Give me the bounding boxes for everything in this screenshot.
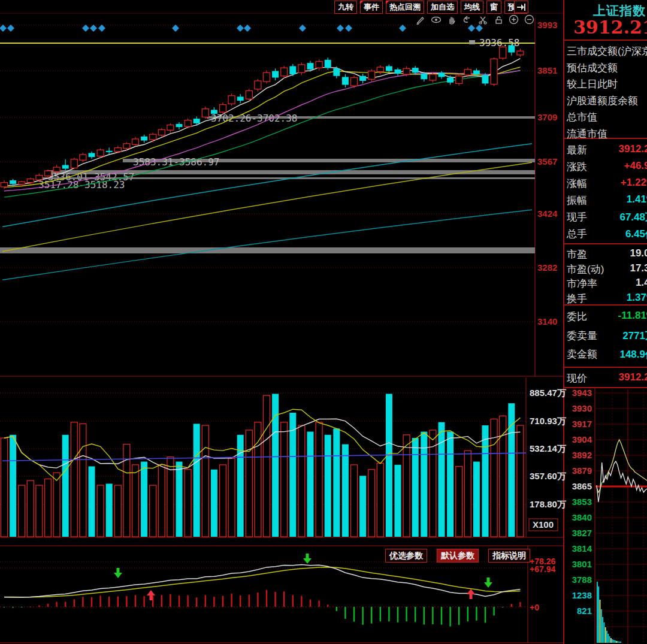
info-row-5: 总市值 (567, 110, 647, 123)
toolbar-tab-2[interactable]: 事件 (360, 1, 383, 14)
candle-down (359, 76, 366, 81)
x100-label: X100 (533, 519, 554, 530)
pen-icon[interactable] (415, 14, 425, 25)
ratio-row-1-value: 19.04 (630, 247, 647, 259)
quote-row-5-label: 现手 (567, 211, 587, 223)
macd-hist-bar (266, 590, 267, 607)
order-row-2: 委卖量2771万 (567, 329, 647, 342)
quote-row-1-value: 3912.21 (619, 143, 647, 155)
mini-volume-bar (609, 636, 610, 643)
quote-row-2-value: +46.98 (624, 160, 647, 172)
candle-down (447, 78, 453, 83)
info-row-3-label: 较上日此时 (567, 78, 618, 90)
macd-hist-bar (4, 607, 5, 607)
candle-up (264, 72, 270, 81)
candle-down (342, 77, 349, 84)
macd-hist-bar (283, 591, 285, 607)
zoom-in-icon[interactable] (509, 14, 519, 25)
macd-hist-bar (179, 595, 180, 607)
volume-bar-up (19, 485, 25, 537)
ratio-row-3-value: 1.48 (636, 277, 647, 289)
candle-down (333, 68, 340, 76)
candle-up (228, 96, 235, 104)
mini-volume-bar (601, 609, 602, 643)
toolbar-tab-4[interactable]: 加自选 (427, 1, 458, 14)
candle-up (351, 78, 358, 86)
quote-panel: 上证指数 3912.21 三市成交额(沪深京预估成交额较上日此时沪股通额度余额总… (564, 0, 647, 388)
candle-up (368, 71, 375, 80)
macd-hist-bar (257, 592, 258, 607)
mini-avg-line (597, 440, 647, 492)
candle-down (237, 96, 244, 101)
volume-bar-down (307, 432, 314, 537)
volume-bar-up (281, 422, 288, 537)
ratio-row-2-label: 市盈(动) (567, 264, 604, 275)
volume-bar-down (447, 432, 453, 537)
index-last-price: 3912.21 (573, 17, 647, 38)
long-ma-line (2, 210, 532, 280)
quote-row-3: 涨幅+1.22% (567, 177, 647, 190)
macd-hist-bar (205, 595, 206, 607)
candle-down (106, 151, 113, 152)
order-row-3: 卖金额148.9亿 (567, 347, 647, 361)
toolbar-tab-5[interactable]: 均线 (461, 1, 483, 14)
candle-down (395, 69, 401, 74)
sell-arrow-head (114, 573, 122, 578)
diamond-marker (345, 25, 352, 32)
candle-up (403, 68, 410, 74)
info-row-5-label: 总市值 (567, 111, 597, 123)
main-candle-chart: 39933851370935673424328231403702.26-3702… (0, 20, 558, 326)
mini-axis-label: 3904 (572, 434, 592, 445)
trading-terminal: 九转事件热点回溯加自选均线窗预测 39933851370935673424328… (0, 0, 647, 644)
info-row-3: 较上日此时 (567, 77, 647, 90)
mini-volume-bar (619, 642, 620, 643)
price-axis-label: 3993 (537, 20, 557, 30)
macd-button-2[interactable]: 默认参数 (437, 549, 479, 563)
macd-button-3[interactable]: 指标说明 (488, 549, 530, 563)
sell-arrow (306, 554, 309, 558)
volume-bar-down (359, 476, 366, 537)
macd-hist-bar (467, 607, 468, 621)
undo-icon[interactable] (462, 14, 472, 25)
candle-up (1, 183, 8, 187)
lock-icon[interactable] (493, 14, 503, 25)
dea-line (4, 567, 520, 597)
volume-bar-down (10, 435, 16, 537)
toolbar-tab-1[interactable]: 九转 (334, 1, 357, 14)
candle-up (45, 171, 52, 176)
candle-down (508, 46, 515, 53)
sell-arrow (487, 578, 490, 582)
volume-bar-down (473, 462, 480, 537)
candle-down (62, 165, 69, 168)
zoom-out-icon[interactable] (524, 14, 534, 25)
toolbar-tab-3[interactable]: 热点回溯 (386, 1, 424, 14)
volume-bar-up (97, 485, 104, 537)
quote-row-6: 总手6.45亿 (567, 227, 647, 240)
hand-icon[interactable] (446, 14, 456, 25)
skip-next-icon[interactable] (514, 1, 528, 13)
macd-hist-bar (476, 607, 477, 621)
volume-bar-up (264, 395, 270, 537)
quote-row-1: 最新3912.21 (567, 143, 647, 156)
macd-hist-bar (143, 596, 144, 607)
intraday-mini-chart: 3943393039173904389238793865385338403827… (572, 388, 647, 644)
candle-up (246, 91, 252, 99)
macd-hist-bar (231, 594, 232, 607)
macd-hist-bar (388, 607, 389, 621)
eye-icon[interactable] (431, 14, 441, 25)
quote-row-1-label: 最新 (567, 144, 587, 156)
macd-hist-bar (336, 607, 337, 611)
scissors-icon[interactable] (477, 14, 488, 25)
mini-axis-label: 3930 (572, 403, 592, 413)
macd-hist-bar (196, 597, 197, 607)
candle-up (27, 179, 34, 183)
macd-button-1[interactable]: 优选参数 (385, 549, 427, 563)
toolbar-tab-6[interactable]: 窗 (486, 1, 501, 14)
macd-hist-bar (424, 607, 425, 624)
macd-hist-bar (117, 597, 119, 607)
dif-line (4, 565, 520, 598)
macd-hist-bar (362, 607, 363, 625)
candle-up (491, 59, 497, 84)
current-price-row-value: 3912.21 (619, 371, 647, 383)
charts-canvas[interactable]: 39933851370935673424328231403702.26-3702… (0, 0, 647, 644)
